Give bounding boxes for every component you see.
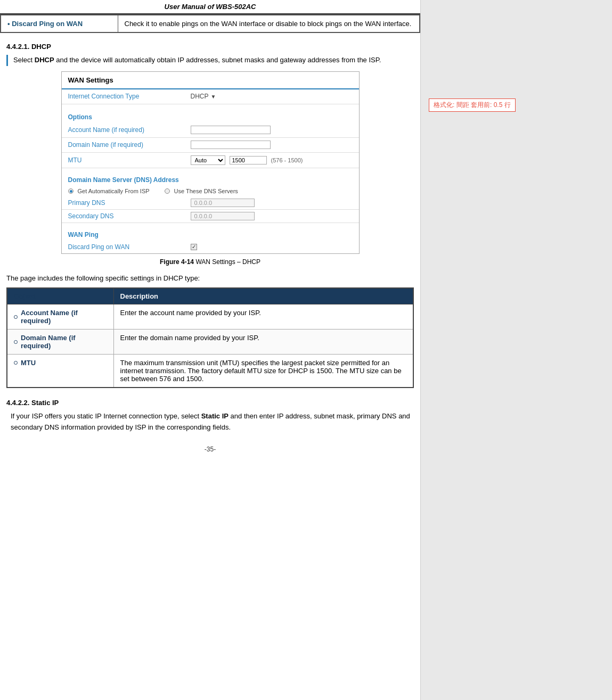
section-4421-heading: 4.4.2.1. DHCP [0,43,420,51]
wan-settings-box: WAN Settings Internet Connection Type DH… [61,71,360,254]
primary-dns-input[interactable] [191,199,255,207]
table-header-object: Object [7,288,113,304]
table-cell-desc-2: The maximum transmission unit (MTU) spec… [113,355,413,388]
page-number: -35- [205,446,216,453]
table-row: MTU The maximum transmission unit (MTU) … [7,355,413,388]
page-header: User Manual of WBS-502AC [0,0,420,14]
radio-auto-dns-label: Get Automatically From ISP [78,188,150,194]
table-cell-desc-1: Enter the domain name provided by your I… [113,330,413,355]
internet-connection-row: Internet Connection Type DHCP ▼ [62,89,359,104]
primary-dns-label: Primary DNS [68,199,191,207]
account-name-row: Account Name (if required) [62,123,359,138]
radio-manual-dns-label: Use These DNS Servers [174,188,238,194]
table-header-description: Description [113,288,413,304]
section-4422-heading: 4.4.2.2. Static IP [0,399,420,407]
page-footer: -35- [0,438,420,457]
dns-section-label: Domain Name Server (DNS) Address [62,172,359,186]
table-cell-object-0: Account Name (if required) [7,304,113,330]
radio-manual-dns[interactable] [165,188,170,194]
table-row: Account Name (if required) Enter the acc… [7,304,413,330]
wan-settings-title: WAN Settings [62,72,359,89]
section-4422-body: If your ISP offers you static IP Interne… [11,411,414,433]
table-cell-object-1: Domain Name (if required) [7,330,113,355]
page-intro-text: The page includes the following specific… [6,273,414,284]
discard-ping-on-wan-label: Discard Ping on WAN [68,243,191,251]
sidebar-annotation: 格式化: 間距 套用前: 0.5 行 [429,98,516,112]
mtu-range: (576 - 1500) [271,157,303,163]
options-label: Options [62,110,359,123]
sidebar: 格式化: 間距 套用前: 0.5 行 [421,0,612,700]
account-name-input[interactable] [191,126,271,134]
primary-dns-row: Primary DNS [62,196,359,210]
discard-ping-row: Discard Ping on WAN [62,241,359,253]
table-cell-object-2: MTU [7,355,113,388]
secondary-dns-label: Secondary DNS [68,212,191,220]
mtu-select[interactable]: Auto Manual [191,155,225,165]
dns-radio-row: Get Automatically From ISP Use These DNS… [62,186,359,196]
dhcp-settings-table: Object Description Account Name (if requ… [6,287,414,388]
secondary-dns-input[interactable] [191,212,255,220]
secondary-dns-row: Secondary DNS [62,210,359,223]
mtu-row: MTU Auto Manual (576 - 1500) [62,153,359,168]
discard-ping-label: Discard Ping on WAN [12,20,83,28]
section-4421-body: Select DHCP and the device will automati… [6,55,414,66]
domain-name-label: Domain Name (if required) [68,141,191,149]
mtu-label: MTU [68,157,191,164]
internet-connection-value: DHCP ▼ [191,93,216,100]
top-table: • Discard Ping on WAN Check it to enable… [0,14,420,33]
table-cell-desc-0: Enter the account name provided by your … [113,304,413,330]
account-name-label: Account Name (if required) [68,126,191,134]
domain-name-row: Domain Name (if required) [62,138,359,153]
discard-ping-checkbox[interactable] [191,244,197,250]
discard-ping-description: Check it to enable pings on the WAN inte… [125,20,412,28]
internet-connection-label: Internet Connection Type [68,93,191,100]
mtu-input[interactable] [230,156,267,164]
domain-name-input[interactable] [191,141,271,149]
radio-auto-dns[interactable] [68,188,74,194]
wan-ping-label: WAN Ping [62,227,359,241]
table-row: Domain Name (if required) Enter the doma… [7,330,413,355]
figure-caption: Figure 4-14 WAN Settings – DHCP [0,258,420,266]
